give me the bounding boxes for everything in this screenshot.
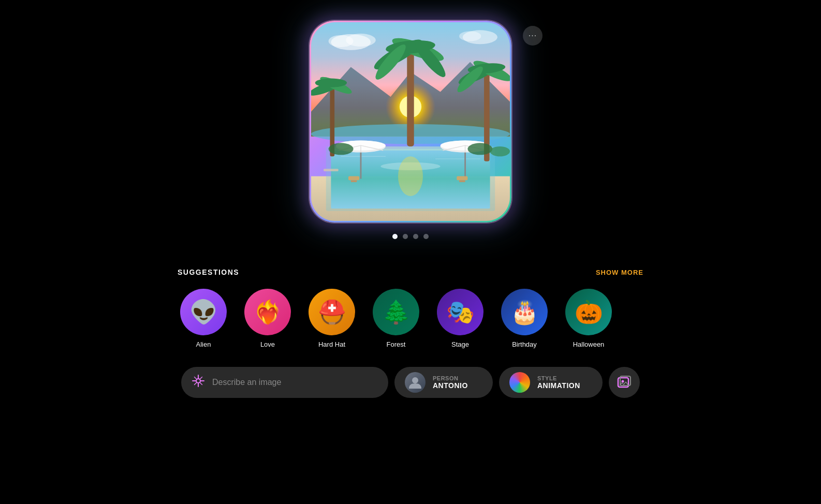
style-value: ANIMATION [537, 381, 580, 390]
pool-scene-svg [311, 22, 510, 221]
dot-4[interactable] [423, 234, 429, 239]
halloween-label: Halloween [573, 340, 605, 348]
describe-placeholder: Describe an image [212, 378, 281, 387]
suggestions-title: SUGGESTIONS [178, 268, 239, 276]
birthday-icon: 🎂 [501, 289, 548, 335]
svg-point-11 [398, 156, 423, 196]
person-value: ANTONIO [433, 381, 468, 390]
love-icon: ❤️‍🔥 [244, 289, 291, 335]
svg-point-46 [490, 146, 510, 156]
suggestion-stage[interactable]: 🎭 Stage [434, 289, 486, 348]
stage-label: Stage [451, 340, 469, 348]
svg-point-51 [459, 31, 481, 41]
svg-rect-52 [324, 169, 339, 171]
more-options-button[interactable]: ··· [523, 26, 543, 46]
svg-line-58 [195, 377, 197, 379]
svg-rect-29 [407, 52, 414, 146]
svg-point-53 [196, 379, 200, 383]
main-image-inner [311, 22, 510, 221]
person-pill-text: PERSON ANTONIO [433, 375, 468, 390]
dot-1[interactable] [392, 234, 398, 239]
svg-point-44 [329, 143, 354, 155]
svg-rect-19 [348, 176, 359, 181]
forest-label: Forest [387, 340, 406, 348]
suggestion-halloween[interactable]: 🎃 Halloween [563, 289, 614, 348]
svg-line-61 [195, 383, 197, 385]
alien-label: Alien [196, 340, 211, 348]
bottom-bar: Describe an image PERSON ANTONIO STYLE A… [181, 367, 640, 398]
sparkle-icon [192, 374, 205, 391]
show-more-button[interactable]: SHOW MORE [596, 269, 643, 276]
person-label: PERSON [433, 375, 468, 381]
svg-point-45 [467, 143, 492, 155]
suggestion-hardhat[interactable]: ⛑️ Hard Hat [306, 289, 358, 348]
forest-icon: 🌲 [373, 289, 419, 335]
love-label: Love [260, 340, 275, 348]
hardhat-label: Hard Hat [318, 340, 345, 348]
person-avatar [405, 372, 426, 393]
birthday-label: Birthday [512, 340, 537, 348]
style-pill-text: STYLE ANIMATION [537, 375, 580, 390]
svg-point-65 [622, 380, 624, 383]
suggestions-grid: 👽 Alien ❤️‍🔥 Love ⛑️ Hard Hat 🌲 Forest [178, 289, 643, 348]
svg-line-59 [200, 383, 202, 385]
svg-point-62 [412, 377, 418, 383]
dot-3[interactable] [413, 234, 418, 239]
svg-rect-27 [457, 176, 467, 181]
style-color-ball [509, 372, 530, 393]
suggestion-birthday[interactable]: 🎂 Birthday [499, 289, 550, 348]
suggestion-forest[interactable]: 🌲 Forest [370, 289, 422, 348]
gallery-icon [617, 375, 632, 390]
main-image-frame [310, 21, 511, 223]
svg-rect-20 [351, 180, 357, 182]
alien-icon: 👽 [180, 289, 227, 335]
svg-rect-28 [459, 180, 465, 182]
image-section: ··· [310, 21, 511, 239]
suggestion-love[interactable]: ❤️‍🔥 Love [242, 289, 294, 348]
person-pill[interactable]: PERSON ANTONIO [394, 367, 493, 398]
svg-point-49 [346, 34, 376, 47]
svg-line-60 [200, 377, 202, 379]
style-pill[interactable]: STYLE ANIMATION [499, 367, 603, 398]
avatar-inner [405, 372, 426, 393]
hardhat-icon: ⛑️ [309, 289, 355, 335]
gallery-button[interactable] [609, 367, 640, 398]
suggestions-section: SUGGESTIONS SHOW MORE 👽 Alien ❤️‍🔥 Love … [178, 268, 643, 348]
more-dots-icon: ··· [529, 31, 537, 40]
svg-point-43 [315, 78, 347, 87]
suggestion-alien[interactable]: 👽 Alien [178, 289, 229, 348]
suggestions-header: SUGGESTIONS SHOW MORE [178, 268, 643, 276]
dot-2[interactable] [403, 234, 408, 239]
halloween-icon: 🎃 [565, 289, 612, 335]
pagination-dots [392, 234, 429, 239]
stage-icon: 🎭 [437, 289, 483, 335]
describe-input-pill[interactable]: Describe an image [181, 367, 388, 398]
style-label: STYLE [537, 375, 580, 381]
